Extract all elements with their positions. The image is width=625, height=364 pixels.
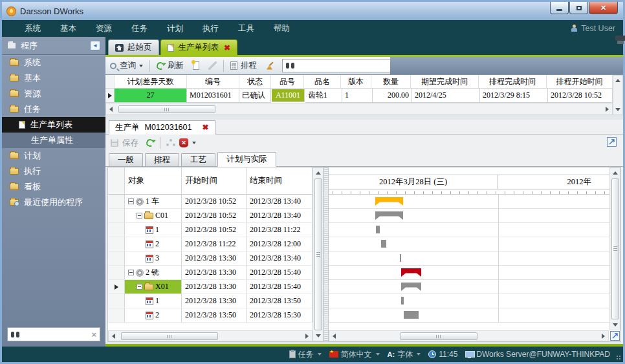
col-qty[interactable]: 数量: [371, 75, 411, 89]
gantt-vertical-scrollbar[interactable]: [609, 167, 620, 330]
sidebar-item-kanban[interactable]: 看板: [2, 179, 105, 195]
refresh-icon[interactable]: [145, 138, 155, 147]
gantt-row[interactable]: [329, 223, 609, 237]
table-row[interactable]: 1 车 2012/3/28 10:52 2012/3/28 13:40: [108, 195, 312, 209]
sidebar-item-system[interactable]: 系统: [2, 55, 105, 70]
tab-close-icon[interactable]: ✖: [224, 43, 230, 52]
table-vertical-scrollbar[interactable]: [312, 167, 323, 341]
status-language-menu[interactable]: 简体中文: [329, 349, 380, 360]
sidebar-collapse-button[interactable]: ◄: [90, 41, 100, 50]
collapse-icon[interactable]: [128, 198, 134, 204]
gantt-row[interactable]: [329, 209, 609, 223]
menu-basic[interactable]: 基本: [50, 23, 86, 34]
pane-splitter[interactable]: [324, 167, 329, 341]
subtab-plan-vs-actual[interactable]: 计划与实际: [217, 152, 276, 167]
gantt-rows[interactable]: [329, 195, 609, 323]
subtab-scheduling[interactable]: 排程: [145, 153, 179, 166]
save-icon[interactable]: [111, 139, 118, 147]
subtab-process[interactable]: 工艺: [181, 153, 215, 166]
gantt-row[interactable]: [329, 252, 609, 266]
popout-icon[interactable]: [610, 331, 620, 341]
gantt-bar[interactable]: [381, 240, 386, 248]
menu-tools[interactable]: 工具: [228, 23, 264, 34]
col-sched-start[interactable]: 排程开始时间: [547, 75, 613, 89]
sidebar-item-production-order-props[interactable]: 生产单属性: [2, 133, 105, 148]
grid-horizontal-scrollbar[interactable]: [105, 103, 613, 115]
detail-tab-close-icon[interactable]: ✖: [202, 123, 208, 132]
schedule-button[interactable]: 排程: [226, 59, 261, 73]
menu-execute[interactable]: 执行: [193, 23, 228, 34]
clear-search-icon[interactable]: ×: [91, 330, 96, 339]
menu-resource[interactable]: 资源: [86, 23, 122, 34]
table-row[interactable]: 3 2012/3/28 13:30 2012/3/28 13:40: [108, 252, 312, 266]
gantt-row[interactable]: [329, 294, 609, 308]
table-row-selected[interactable]: X01 2012/3/28 13:30 2012/3/28 15:40: [108, 280, 312, 294]
collapse-icon[interactable]: [128, 270, 134, 275]
gantt-bar[interactable]: [404, 311, 419, 319]
gantt-row[interactable]: [329, 308, 609, 323]
org-chart-icon[interactable]: [166, 139, 175, 147]
new-button[interactable]: [188, 59, 204, 73]
current-user[interactable]: Test User: [581, 24, 615, 33]
grid-data-row[interactable]: 27 M012031601 已确认 A11001 齿轮1 1 200.00 20…: [105, 89, 613, 103]
collapse-icon[interactable]: [137, 213, 142, 219]
gantt-row[interactable]: [329, 195, 609, 209]
col-status[interactable]: 状态: [239, 75, 271, 89]
col-item-name[interactable]: 品名: [304, 75, 341, 89]
gantt-row[interactable]: [329, 280, 609, 294]
gantt-bar[interactable]: [376, 226, 380, 233]
save-button[interactable]: 保存: [122, 138, 138, 149]
maximize-button[interactable]: [569, 2, 588, 14]
popout-icon[interactable]: [607, 137, 617, 147]
sidebar-search-box[interactable]: ×: [7, 327, 100, 341]
table-row[interactable]: 1 2012/3/28 13:30 2012/3/28 13:50: [108, 294, 312, 308]
gantt-row[interactable]: [329, 266, 609, 280]
gantt-bar[interactable]: [375, 197, 403, 206]
menu-task[interactable]: 任务: [122, 23, 157, 34]
sidebar-item-basic[interactable]: 基本: [2, 70, 105, 86]
refresh-button[interactable]: 刷新: [152, 59, 188, 73]
table-row[interactable]: 2 2012/3/28 11:22 2012/3/28 12:00: [108, 237, 312, 252]
clean-button[interactable]: [261, 59, 280, 73]
minimize-button[interactable]: [550, 2, 569, 14]
sidebar-item-plan[interactable]: 计划: [2, 148, 105, 164]
menu-plan[interactable]: 计划: [157, 23, 193, 34]
gantt-bar[interactable]: [375, 211, 403, 220]
table-row[interactable]: 2 铣 2012/3/28 13:30 2012/3/28 15:40: [108, 266, 312, 280]
status-font-menu[interactable]: A: 字体: [388, 349, 421, 360]
sidebar-item-execute[interactable]: 执行: [2, 164, 105, 179]
table-row[interactable]: 1 2012/3/28 10:52 2012/3/28 11:22: [108, 223, 312, 237]
col-version[interactable]: 版本: [341, 75, 371, 89]
col-plan-diff-days[interactable]: 计划差异天数: [115, 75, 187, 89]
shield-x-icon[interactable]: ✕: [179, 138, 188, 147]
menu-help[interactable]: 帮助: [264, 23, 300, 34]
subtab-general[interactable]: 一般: [109, 153, 143, 166]
col-item-no[interactable]: 品号: [271, 75, 304, 89]
gantt-row[interactable]: [329, 237, 609, 252]
tab-home[interactable]: 起始页: [108, 39, 159, 55]
sidebar-item-task[interactable]: 任务: [2, 102, 105, 117]
col-order-no[interactable]: 编号: [187, 75, 239, 89]
col-sched-finish[interactable]: 排程完成时间: [479, 75, 547, 89]
grid-vertical-scrollbar[interactable]: [613, 75, 623, 115]
chevron-down-icon[interactable]: [192, 142, 196, 144]
col-object[interactable]: 对象: [125, 167, 182, 195]
sidebar-item-production-order-list[interactable]: 生产单列表: [2, 117, 105, 133]
sidebar-item-resource[interactable]: 资源: [2, 86, 105, 102]
col-expect-finish[interactable]: 期望完成时间: [411, 75, 479, 89]
close-button[interactable]: ✕: [589, 2, 618, 14]
table-horizontal-scrollbar[interactable]: [108, 330, 312, 341]
collapse-icon[interactable]: [137, 284, 142, 290]
gantt-bar[interactable]: [401, 297, 404, 305]
gantt-bar[interactable]: [401, 283, 421, 291]
query-button[interactable]: 查询: [105, 59, 148, 73]
gantt-bar[interactable]: [401, 268, 421, 277]
detail-tab-production-order[interactable]: 生产单 M012031601 ✖: [109, 120, 215, 134]
gantt-horizontal-scrollbar[interactable]: [329, 330, 609, 341]
gantt-bar[interactable]: [400, 254, 401, 262]
menu-system[interactable]: 系统: [15, 23, 50, 34]
col-end-time[interactable]: 结束时间: [247, 167, 312, 195]
sidebar-item-recent[interactable]: 最近使用的程序: [2, 195, 105, 210]
col-start-time[interactable]: 开始时间: [182, 167, 247, 195]
table-row[interactable]: C01 2012/3/28 10:52 2012/3/28 13:40: [108, 209, 312, 223]
